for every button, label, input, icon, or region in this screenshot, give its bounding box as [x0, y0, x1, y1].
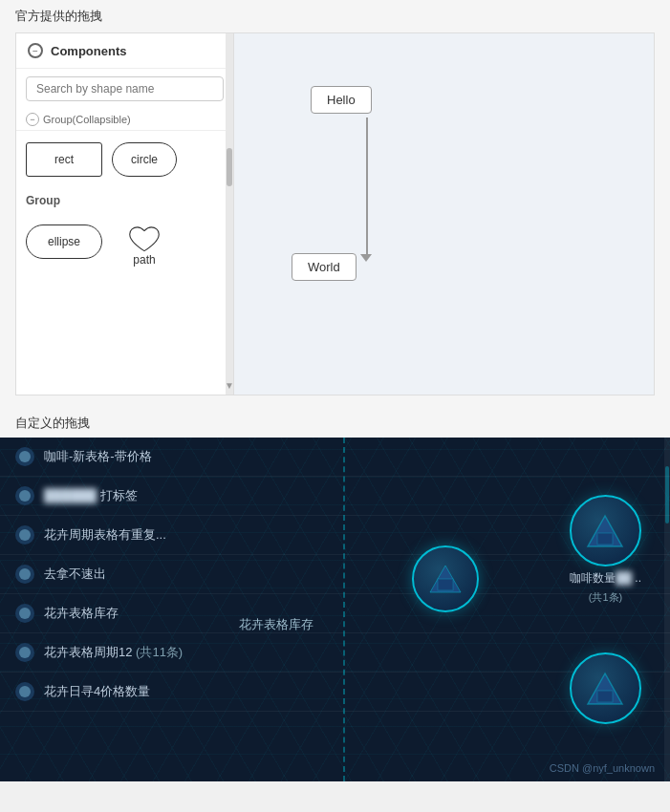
- floating-sub-coffee: (共1条): [589, 590, 622, 605]
- blurred-content: ██████: [44, 488, 97, 502]
- floating-circle-bottom: [570, 652, 641, 724]
- list-item-icon: [15, 565, 34, 584]
- shape-circle-label: circle: [131, 153, 158, 166]
- icon-inner: [19, 608, 31, 619]
- shape-ellipse[interactable]: ellipse: [26, 224, 102, 259]
- list-item-icon: [15, 682, 34, 701]
- dashed-divider: [343, 438, 345, 781]
- floating-circle-mid: [412, 545, 479, 612]
- icon-inner: [19, 686, 31, 697]
- connector-line: [366, 118, 368, 256]
- svg-rect-1: [438, 579, 453, 590]
- list-item-text: 花卉表格周期12 (共11条): [44, 644, 183, 661]
- floating-circle-top: [570, 495, 641, 566]
- shape-ellipse-label: ellipse: [48, 235, 80, 248]
- list-item-icon: [15, 643, 34, 662]
- icon-inner: [19, 490, 31, 502]
- shape-rect[interactable]: rect: [26, 142, 102, 177]
- floating-item-flower: [570, 652, 641, 724]
- dark-panel: 咖啡-新表格-带价格 ██████ 打标签 花卉周期表格有重复...: [0, 438, 670, 781]
- bottom-section-title: 自定义的拖拽: [0, 407, 670, 438]
- icon-inner: [19, 451, 31, 462]
- canvas-area[interactable]: Hello World: [234, 33, 654, 395]
- search-input[interactable]: [26, 76, 224, 101]
- list-item-text: 花卉日寻4价格数量: [44, 683, 150, 700]
- hello-node[interactable]: Hello: [311, 86, 372, 114]
- list-item[interactable]: 咖啡-新表格-带价格: [0, 438, 670, 477]
- group-collapsible-label: Group(Collapsible): [43, 114, 131, 125]
- components-header: − Components: [16, 33, 233, 69]
- watermark: CSDN @nyf_unknown: [550, 762, 655, 774]
- icon-inner: [19, 529, 31, 541]
- shape-rect-label: rect: [54, 153, 74, 166]
- shape-circle[interactable]: circle: [112, 142, 177, 177]
- bottom-section: 自定义的拖拽 咖啡-新表格-带价格 ██████ 打标签: [0, 407, 670, 781]
- floating-label-coffee: 咖啡数量██ ..: [570, 570, 641, 587]
- collapsible-icon: −: [26, 113, 39, 126]
- panel-scrollbar[interactable]: ▼: [226, 33, 233, 395]
- list-item-text: 花卉表格库存: [44, 605, 119, 622]
- list-item-text: 咖啡-新表格-带价格: [44, 448, 152, 465]
- list-item-icon: [15, 525, 34, 545]
- list-item-text: ██████ 打标签: [44, 487, 138, 504]
- hello-label: Hello: [327, 93, 356, 107]
- group-collapsible[interactable]: − Group(Collapsible): [16, 109, 233, 131]
- components-title: Components: [51, 44, 126, 58]
- top-section-title: 官方提供的拖拽: [15, 8, 655, 25]
- shape-path[interactable]: path: [112, 224, 177, 267]
- svg-rect-5: [597, 691, 613, 702]
- shape-path-label: path: [133, 253, 155, 267]
- blurred-coffee: ██: [616, 571, 632, 585]
- list-item-icon: [15, 604, 34, 623]
- scroll-down-arrow: ▼: [225, 380, 234, 391]
- center-label: 花卉表格库存: [239, 616, 313, 633]
- list-item-icon: [15, 486, 34, 505]
- group-label: Group: [16, 188, 233, 213]
- right-floating-items: 咖啡数量██ .. (共1条): [570, 495, 641, 724]
- world-label: World: [308, 260, 340, 274]
- scrollbar-thumb: [227, 148, 232, 186]
- icon-inner: [19, 568, 31, 580]
- svg-rect-3: [597, 533, 613, 545]
- shapes-grid-bottom: ellipse path: [16, 213, 233, 278]
- list-item-text: 去拿不速出: [44, 566, 106, 583]
- floating-item-coffee: 咖啡数量██ .. (共1条): [570, 495, 641, 605]
- world-node[interactable]: World: [292, 253, 357, 281]
- shapes-grid-top: rect circle: [16, 131, 233, 188]
- connector-arrow: [360, 254, 372, 262]
- components-collapse-icon[interactable]: −: [28, 43, 43, 58]
- list-item-icon: [15, 447, 34, 466]
- icon-inner: [19, 647, 31, 658]
- list-item-text: 花卉周期表格有重复...: [44, 526, 166, 544]
